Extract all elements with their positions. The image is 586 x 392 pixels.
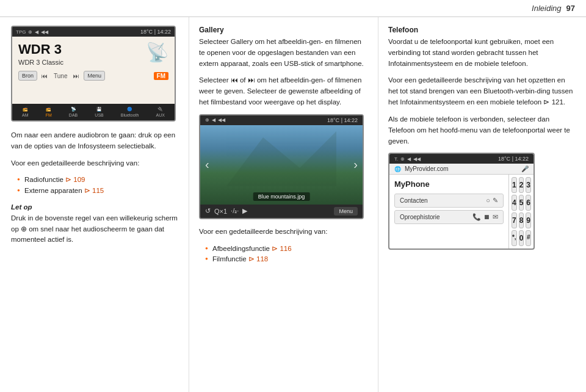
gallery-filename: Blue mountains.jpg [253,192,310,201]
gallery-time: 14:22 [344,117,358,123]
nav-bluetooth[interactable]: 🔵Bluetooth [121,107,139,117]
bullet-afbeelding-ref: ⊳ 116 [272,245,291,252]
screen-nav-bar: 📻AM 📻FM 📡DAB 💾USB 🔵Bluetooth 🔌AUX [12,104,175,120]
screen-top-icons: TPG ⊕ ◀ ◀◀ [16,29,48,35]
time-display: 14:22 [157,29,171,35]
left-para1: Om naar een andere audiobron te gaan: dr… [11,130,179,152]
gallery-bullet-list: Afbeeldingsfunctie ⊳ 116 Filmfunctie ⊳ 1… [206,244,368,265]
phone-action-buttons: Contacten ○ ✎ Oproephistorie 📞 ⏹ ✉ [394,194,504,224]
left-bullet-list: Radiofunctie ⊳ 109 Externe apparaten ⊳ 1… [18,175,179,196]
bullet-afbeelding: Afbeeldingsfunctie ⊳ 116 [206,244,368,254]
gallery-menu-btn[interactable]: Menu [334,207,358,216]
menu-button[interactable]: Menu [84,71,105,81]
call-icon: 📞 [472,213,481,221]
screen-content: WDR 3 WDR 3 Classic 📡 Bron ⏮ Tune ⏭ Menu… [12,37,175,104]
gallery-bottom-bar: ↺ Q×1 ·/₂· ▶ Menu [200,205,363,218]
prev-button[interactable]: ⏮ [40,71,49,81]
gallery-top-icons: ⊕ ◀ ◀◀ [205,117,225,123]
oproephistorie-label: Oproephistorie [400,214,440,220]
phone-top-bar: T. ⊕ ◀ ◀◀ 18°C | 14:22 [389,154,534,164]
contacten-icons: ○ ✎ [486,197,498,205]
gallery-prev-arrow[interactable]: ‹ [205,158,209,172]
numpad-6[interactable]: 6 [526,195,531,211]
nav-fm[interactable]: 📻FM [46,107,52,117]
svg-marker-0 [226,131,336,186]
gallery-fit-btn[interactable]: ·/₂· [231,207,239,215]
telefoon-para2: Voor een gedetailleerde beschrijving van… [388,75,576,107]
telefoon-para1: Voordat u de telefoonportal kunt gebruik… [388,37,576,69]
radio-screen-mockup: TPG ⊕ ◀ ◀◀ 18°C | 14:22 WDR 3 WDR 3 Clas… [11,26,176,122]
numpad-9[interactable]: 9 [526,212,531,228]
gallery-temp: 18°C [327,117,339,123]
phone-numpad: 1 2 3 4 5 6 7 8 9 *, 0 # [508,175,534,249]
numpad-star[interactable]: *, [512,230,517,246]
numpad-5[interactable]: 5 [519,195,524,211]
message-icon: ✉ [493,213,498,221]
tune-button[interactable]: Tune [52,71,69,81]
screen-top-bar: TPG ⊕ ◀ ◀◀ 18°C | 14:22 [12,27,175,37]
nav-am[interactable]: 📻AM [22,107,29,117]
bullet-extern-ref: ⊳ 115 [84,187,104,194]
phone-top-right: 18°C | 14:22 [498,156,529,162]
phone-address-bar: 🌐 MyProvider.com 🎤 [389,164,534,175]
numpad-7[interactable]: 7 [512,212,517,228]
gallery-top-bar: ⊕ ◀ ◀◀ 18°C | 14:22 [200,115,363,125]
gallery-rotate-btn[interactable]: ↺ [205,207,211,215]
numpad-hash[interactable]: # [526,230,531,246]
numpad-0[interactable]: 0 [519,230,524,246]
bullet-extern: Externe apparaten ⊳ 115 [18,186,179,196]
phone-top-icons: T. ⊕ ◀ ◀◀ [394,156,421,162]
oproep-icons: 📞 ⏹ ✉ [472,213,498,221]
gallery-para1: Selecteer Gallery om het afbeeldin-gen- … [199,37,368,69]
gallery-image-area: ‹ › Blue mountains.jpg [200,125,363,205]
oproephistorie-button[interactable]: Oproephistorie 📞 ⏹ ✉ [394,210,504,224]
page-header: Inleiding 97 [0,0,586,17]
telefoon-para3: Als de mobiele telefoon is verbonden, se… [388,114,576,147]
bullet-radio-label: Radiofunctie [24,176,65,183]
right-column: Telefoon Voordat u de telefoonportal kun… [378,17,586,392]
gallery-next-arrow[interactable]: › [353,158,358,172]
numpad-8[interactable]: 8 [519,212,524,228]
page-number: 97 [566,4,575,13]
bron-button[interactable]: Bron [18,71,37,81]
gallery-play-btn[interactable]: ▶ [242,207,247,215]
contacten-label: Contacten [400,197,428,204]
bullet-extern-label: Externe apparaten [24,187,84,194]
bullet-film: Filmfunctie ⊳ 118 [206,254,368,264]
radio-tower-icon: 📡 [146,42,168,63]
nav-usb[interactable]: 💾USB [95,107,103,117]
numpad-2[interactable]: 2 [519,177,524,193]
nav-dab[interactable]: 📡DAB [69,107,78,117]
screen-top-right: 18°C | 14:22 [140,29,171,35]
phone-url-icon: 🌐 [394,166,401,172]
phone-temp: 18°C [498,156,510,162]
contacten-button[interactable]: Contacten ○ ✎ [394,194,504,208]
radio-controls: Bron ⏮ Tune ⏭ Menu FM [18,71,168,81]
numpad-4[interactable]: 4 [512,195,517,211]
left-column: TPG ⊕ ◀ ◀◀ 18°C | 14:22 WDR 3 WDR 3 Clas… [0,17,189,392]
phone-time: 14:22 [515,156,529,162]
contacten-edit-icon: ✎ [493,197,498,205]
gallery-zoom-btn[interactable]: Q×1 [214,208,227,215]
page-title: Inleiding [532,4,561,13]
phone-main: MyPhone Contacten ○ ✎ Oproephistorie [389,175,534,249]
middle-column: Gallery Selecteer Gallery om het afbeeld… [189,17,378,392]
next-button[interactable]: ⏭ [71,71,81,81]
phone-screen-mockup: T. ⊕ ◀ ◀◀ 18°C | 14:22 🌐 MyProvider.com … [388,153,535,250]
left-para-intro: Voor een gedetailleerde beschrijving van… [11,158,179,169]
gallery-para3: Voor een gedetailleerde beschrijving van… [199,227,368,238]
nav-aux[interactable]: 🔌AUX [156,107,165,117]
numpad-3[interactable]: 3 [526,177,531,193]
numpad-1[interactable]: 1 [512,177,517,193]
gallery-heading: Gallery [199,26,368,34]
mountain-decoration [226,125,336,186]
stop-icon: ⏹ [483,213,490,221]
phone-url: MyProvider.com [405,165,518,172]
fm-badge: FM [154,72,168,80]
gallery-screen-mockup: ⊕ ◀ ◀◀ 18°C | 14:22 ‹ › Blue mountains.j… [199,114,364,219]
bullet-film-label: Filmfunctie [212,255,248,263]
phone-left-panel: MyPhone Contacten ○ ✎ Oproephistorie [389,175,508,249]
main-content: TPG ⊕ ◀ ◀◀ 18°C | 14:22 WDR 3 WDR 3 Clas… [0,17,586,392]
phone-name: MyPhone [394,180,504,189]
bullet-radio: Radiofunctie ⊳ 109 [18,175,179,185]
